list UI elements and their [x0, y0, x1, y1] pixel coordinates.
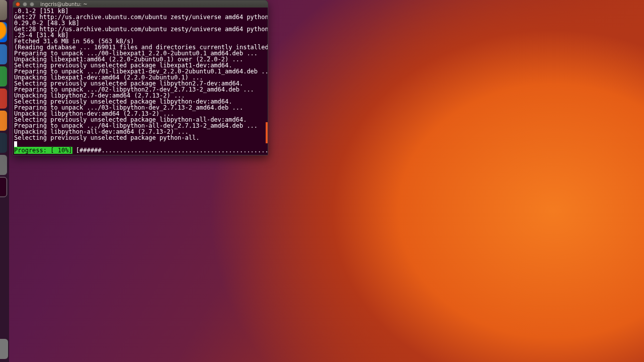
- firefox-icon[interactable]: [0, 22, 7, 42]
- maximize-icon[interactable]: [30, 2, 34, 7]
- apt-progress-label: Progress: [ 10%]: [14, 147, 72, 154]
- window-controls: [16, 2, 34, 7]
- close-icon[interactable]: [16, 2, 20, 7]
- terminal-output: .0.1-2 [151 kB] Get:27 http://us.archive…: [14, 8, 267, 141]
- calc-icon[interactable]: [0, 66, 7, 86]
- writer-icon[interactable]: [0, 44, 7, 64]
- apt-progress-line: Progress: [ 10%] [######................…: [14, 147, 267, 155]
- window-title: ingcris@ubuntu: ~: [40, 2, 88, 7]
- terminal-cursor-line: [14, 141, 267, 147]
- settings-icon[interactable]: [0, 155, 7, 175]
- scrollbar-thumb[interactable]: [266, 122, 268, 143]
- window-titlebar[interactable]: ingcris@ubuntu: ~: [13, 1, 268, 8]
- software-icon[interactable]: [0, 111, 7, 131]
- terminal-body[interactable]: .0.1-2 [151 kB] Get:27 http://us.archive…: [13, 8, 268, 155]
- trash-icon[interactable]: [0, 339, 8, 359]
- terminal-window[interactable]: ingcris@ubuntu: ~ .0.1-2 [151 kB] Get:27…: [13, 0, 268, 155]
- terminal-icon[interactable]: [0, 177, 7, 197]
- unity-launcher: a: [0, 0, 9, 362]
- amazon-icon[interactable]: a: [0, 133, 7, 153]
- impress-icon[interactable]: [0, 88, 7, 109]
- apt-progress-bar: [######.................................…: [72, 147, 268, 154]
- files-icon[interactable]: [0, 0, 7, 20]
- minimize-icon[interactable]: [23, 2, 27, 7]
